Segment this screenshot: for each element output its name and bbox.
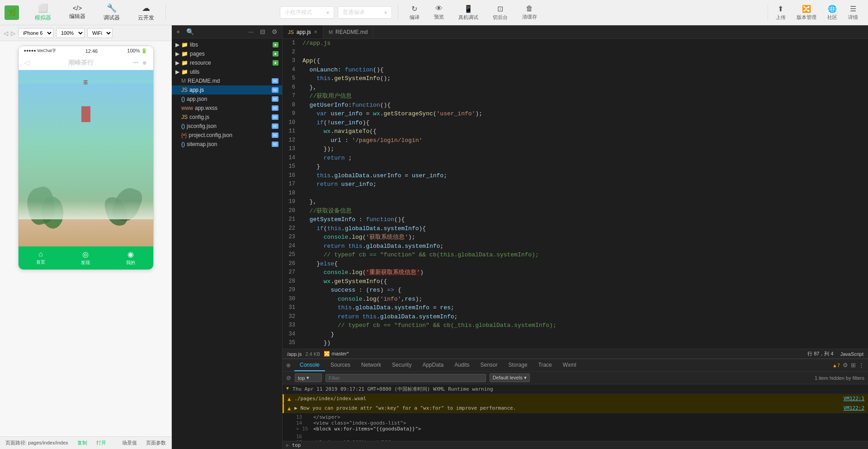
sim-forward-btn[interactable]: ▷ [11, 30, 15, 37]
console-filter[interactable] [326, 374, 486, 382]
context-select[interactable]: top ▾ [295, 373, 322, 382]
tree-item-appjson[interactable]: ▶ () app.json M [172, 95, 282, 104]
vm-link-1[interactable]: VM122:1 [844, 396, 864, 402]
tree-item-readme[interactable]: ▶ M README.md M [172, 76, 282, 85]
console-clear-btn[interactable]: ⊘ [286, 374, 291, 381]
devtools-tab-security[interactable]: Security [387, 359, 417, 371]
battery-status: 100% 🔋 [127, 48, 147, 54]
vm-link-2[interactable]: VM122:2 [844, 405, 864, 411]
tab-appjs[interactable]: JS app.js ✕ [283, 25, 323, 38]
tree-item-libs[interactable]: ▶ 📁 libs ● [172, 40, 282, 49]
footer-discover[interactable]: ◎ 发现 [63, 246, 108, 269]
open-btn[interactable]: 打开 [96, 440, 106, 446]
code-line: 21 getSystemInfo : function(){ [283, 215, 868, 224]
clear-btn[interactable]: 🗑 清缓存 [517, 5, 542, 20]
tree-item-resource[interactable]: ▶ 📁 resource ● [172, 58, 282, 67]
editor-btn[interactable]: </> 编辑器 [60, 3, 94, 22]
simulator-btn[interactable]: ⬜ 模拟器 [26, 1, 60, 24]
expand-btn[interactable]: ▶ [286, 442, 289, 448]
code-block-2: 16 17 <block wx:if="{{item.id}}"> 18 <vi… [283, 433, 868, 441]
filetree-add-btn[interactable]: + [175, 27, 182, 36]
devtools-content: ▼ Thu Apr 11 2019 09:17:21 GMT+0800 (中国标… [283, 384, 868, 441]
console-prompt[interactable]: ▶ top [286, 442, 864, 448]
devtools-tab-sensor[interactable]: Sensor [475, 359, 503, 371]
simulator-panel: ◁ ▷ iPhone 6 100% WiFi ●●●●● WeChat字 12:… [0, 25, 172, 449]
scene-label: 场景值 [122, 440, 137, 446]
version-btn[interactable]: 🔀 版本管理 [791, 5, 822, 21]
preview-btn[interactable]: 👁 预览 [429, 5, 449, 20]
filetree-config-btn[interactable]: ⚙ [270, 27, 279, 36]
filetree-search-btn[interactable]: 🔍 [184, 27, 196, 36]
tree-item-appjs[interactable]: ▶ JS app.js M [172, 85, 282, 95]
tab-close-appjs[interactable]: ✕ [314, 29, 317, 34]
backend-btn[interactable]: ⊡ 切后台 [487, 5, 513, 21]
code-line: 4 onLaunch: function(){ [283, 66, 868, 75]
tree-item-jsconfigjson[interactable]: ▶ () jsconfig.json M [172, 122, 282, 131]
filetree-more-btn[interactable]: ··· [246, 27, 255, 36]
zoom-select[interactable]: 100% [56, 28, 85, 38]
devtools-bottom: ▶ top [283, 441, 868, 449]
tree-item-appwxss[interactable]: ▶ www app.wxss M [172, 104, 282, 113]
community-btn[interactable]: 🌐 社区 [822, 5, 843, 21]
devtools-settings-btn[interactable]: ⚙ [843, 362, 848, 369]
tree-item-configjs[interactable]: ▶ JS config.js M [172, 113, 282, 122]
network-select[interactable]: WiFi [87, 28, 113, 38]
editor-file-status: /app.js 2.4 KB 🔀 master* 行 87，列 4 JavaSc… [283, 349, 868, 359]
warning-collapse-arrow[interactable]: ▼ [286, 386, 289, 391]
footer-home[interactable]: ⌂ 首页 [19, 246, 63, 269]
nav-more[interactable]: ••• [133, 60, 139, 66]
toolbar-right: ⬆ 上传 🔀 版本管理 🌐 社区 ☰ 详情 [765, 5, 863, 21]
copy-btn[interactable]: 复制 [77, 440, 87, 446]
footer-mine[interactable]: ◉ 我的 [108, 246, 153, 269]
console-entry-warning2: ▲ ▶ Now you can provide attr "wx:key" fo… [283, 404, 868, 413]
page-params-label: 页面参数 [146, 440, 166, 446]
toolbar-center: 小程序模式 ▾ 普通编译 ▾ ↻ 编译 👁 预览 📱 真机调试 ⊡ 切后台 🗑 … [280, 5, 542, 21]
real-debug-btn[interactable]: 📱 真机调试 [453, 5, 484, 21]
file-size: 2.4 KB [305, 351, 320, 357]
devtools-dock-btn[interactable]: ⊞ [851, 362, 856, 369]
tree-item-utils[interactable]: ▶ 📁 utils [172, 67, 282, 76]
code-line: 35 }) [283, 339, 868, 348]
git-branch: 🔀 master* [324, 351, 349, 357]
compile-select[interactable]: 普通编译 ▾ [338, 6, 392, 19]
phone-content: 茶 —— 我也是有底线的— —— [19, 70, 153, 246]
code-line: 16 this.globalData.userInfo = user_info; [283, 171, 868, 180]
devtools-tab-sources[interactable]: Sources [325, 359, 356, 371]
code-line: 32 return this.globalData.systemInfo; [283, 312, 868, 321]
devtools-tab-storage[interactable]: Storage [503, 359, 533, 371]
devtools-tab-audits[interactable]: Audits [449, 359, 475, 371]
cursor-position: 行 87，列 4 [807, 350, 833, 357]
refresh-btn[interactable]: ↻ 编译 [404, 5, 425, 21]
code-line: 20 //获取设备信息 [283, 207, 868, 216]
detail-btn[interactable]: ☰ 详情 [843, 5, 863, 21]
code-line: 31 this.globalData.systemInfo = res; [283, 303, 868, 312]
nav-record[interactable]: ⏺ [142, 60, 147, 66]
tree-item-projectconfigjson[interactable]: ▶ {•} project.config.json M [172, 131, 282, 140]
devtools-tab-trace[interactable]: Trace [533, 359, 557, 371]
debugger-btn[interactable]: 🔧 调试器 [94, 1, 129, 24]
tab-readme[interactable]: M README.md [323, 25, 374, 38]
file-path: /app.js [287, 351, 302, 357]
nav-back[interactable]: ◁ [24, 58, 29, 67]
upload-btn[interactable]: ⬆ 上传 [770, 5, 791, 21]
phone-footer: ⌂ 首页 ◎ 发现 ◉ 我的 [19, 246, 153, 269]
devtools-tab-console[interactable]: Console [294, 359, 325, 371]
devtools-more-btn[interactable]: ⋮ [859, 362, 864, 369]
device-select[interactable]: iPhone 6 [18, 28, 53, 38]
sep1 [165, 5, 166, 21]
code-line: 28 wx.getSystemInfo({ [283, 277, 868, 286]
devtools-tab-wxml[interactable]: Wxml [557, 359, 582, 371]
devtools-close-btn[interactable]: ⊗ [283, 359, 294, 371]
devtools-tab-network[interactable]: Network [356, 359, 387, 371]
levels-select[interactable]: Default levels ▾ [490, 373, 530, 382]
filetree-collapse-btn[interactable]: ⊟ [258, 27, 267, 36]
editor-content[interactable]: 1 //app.js 2 3 App({ 4 onLaunch: functio… [283, 39, 868, 349]
tree-item-pages[interactable]: ▶ 📁 pages ● [172, 49, 282, 58]
mode-select[interactable]: 小程序模式 ▾ [280, 6, 334, 19]
tree-item-sitemapjson[interactable]: ▶ () sitemap.json M [172, 140, 282, 149]
code-line: 34 } [283, 330, 868, 339]
devtools-tab-appdata[interactable]: AppData [417, 359, 449, 371]
sim-back-btn[interactable]: ◁ [4, 30, 8, 37]
cloud-btn[interactable]: ☁ 云开发 [129, 1, 163, 24]
warning-path: ./pages/index/index.wxml [294, 396, 366, 402]
